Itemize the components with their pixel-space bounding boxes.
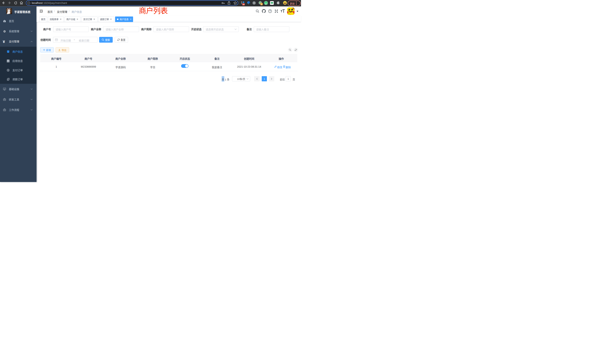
svg-text:y: y — [265, 2, 267, 4]
svg-text:1: 1 — [261, 3, 262, 5]
svg-text:⌘: ⌘ — [253, 2, 255, 4]
svg-text:?: ? — [269, 10, 271, 12]
svg-text:10: 10 — [243, 3, 245, 5]
